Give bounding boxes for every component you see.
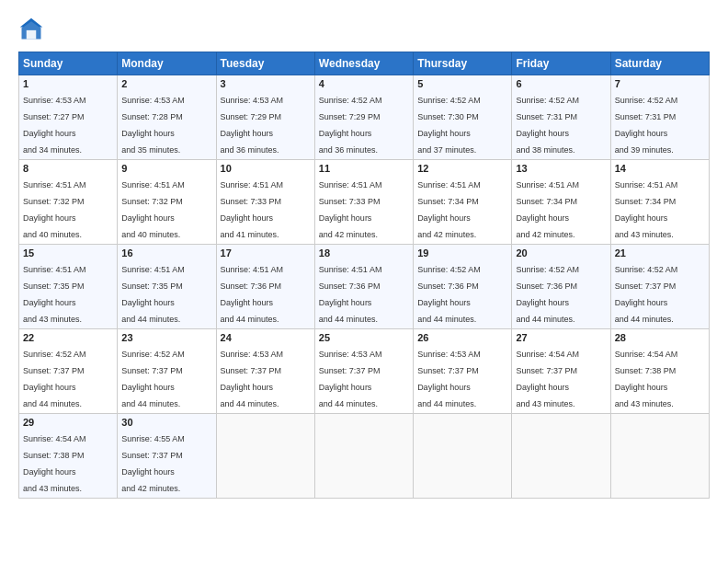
- calendar-table: SundayMondayTuesdayWednesdayThursdayFrid…: [18, 52, 710, 499]
- day-info: Sunrise: 4:51 AMSunset: 7:34 PMDaylight …: [516, 180, 579, 239]
- svg-rect-2: [27, 30, 37, 40]
- calendar-cell: 19 Sunrise: 4:52 AMSunset: 7:36 PMDaylig…: [414, 245, 512, 329]
- day-number: 19: [417, 247, 507, 259]
- day-header-wednesday: Wednesday: [314, 52, 413, 75]
- day-number: 12: [417, 163, 507, 174]
- calendar-cell: 30 Sunrise: 4:55 AMSunset: 7:37 PMDaylig…: [118, 414, 216, 499]
- day-number: 30: [121, 417, 211, 428]
- day-info: Sunrise: 4:52 AMSunset: 7:31 PMDaylight …: [516, 96, 579, 155]
- day-info: Sunrise: 4:53 AMSunset: 7:27 PMDaylight …: [23, 96, 86, 155]
- day-info: Sunrise: 4:51 AMSunset: 7:33 PMDaylight …: [319, 180, 382, 239]
- calendar-cell: 2 Sunrise: 4:53 AMSunset: 7:28 PMDayligh…: [118, 75, 216, 160]
- day-number: 15: [23, 247, 113, 259]
- calendar-cell: 11 Sunrise: 4:51 AMSunset: 7:33 PMDaylig…: [314, 160, 413, 245]
- calendar-cell: 26 Sunrise: 4:53 AMSunset: 7:37 PMDaylig…: [414, 329, 512, 414]
- day-info: Sunrise: 4:53 AMSunset: 7:28 PMDaylight …: [121, 96, 185, 155]
- day-number: 9: [121, 163, 211, 174]
- day-number: 5: [417, 78, 507, 89]
- calendar-cell: [414, 414, 512, 499]
- calendar-cell: 25 Sunrise: 4:53 AMSunset: 7:37 PMDaylig…: [314, 329, 413, 414]
- day-number: 24: [221, 332, 311, 343]
- day-number: 6: [516, 78, 606, 89]
- day-info: Sunrise: 4:52 AMSunset: 7:37 PMDaylight …: [121, 350, 185, 408]
- calendar-header-row: SundayMondayTuesdayWednesdayThursdayFrid…: [19, 52, 710, 75]
- calendar-cell: 24 Sunrise: 4:53 AMSunset: 7:37 PMDaylig…: [216, 329, 314, 414]
- calendar-cell: 1Sunrise: 4:53 AMSunset: 7:27 PMDaylight…: [19, 75, 118, 160]
- day-number: 13: [516, 163, 606, 174]
- day-number: 4: [319, 78, 409, 89]
- calendar-cell: 16 Sunrise: 4:51 AMSunset: 7:35 PMDaylig…: [118, 245, 216, 329]
- day-info: Sunrise: 4:52 AMSunset: 7:30 PMDaylight …: [417, 96, 481, 155]
- day-number: 27: [516, 332, 606, 343]
- day-info: Sunrise: 4:51 AMSunset: 7:32 PMDaylight …: [121, 180, 185, 239]
- calendar-cell: 6 Sunrise: 4:52 AMSunset: 7:31 PMDayligh…: [512, 75, 610, 160]
- day-info: Sunrise: 4:52 AMSunset: 7:36 PMDaylight …: [516, 265, 579, 324]
- day-header-friday: Friday: [512, 52, 610, 75]
- day-number: 29: [23, 417, 113, 428]
- logo-icon: [18, 17, 44, 42]
- day-info: Sunrise: 4:51 AMSunset: 7:33 PMDaylight …: [221, 180, 284, 239]
- day-number: 3: [221, 78, 311, 89]
- day-info: Sunrise: 4:51 AMSunset: 7:34 PMDaylight …: [417, 180, 481, 239]
- day-info: Sunrise: 4:52 AMSunset: 7:37 PMDaylight …: [615, 265, 678, 324]
- day-info: Sunrise: 4:54 AMSunset: 7:38 PMDaylight …: [615, 350, 678, 408]
- day-info: Sunrise: 4:51 AMSunset: 7:36 PMDaylight …: [319, 265, 382, 324]
- calendar-cell: 28 Sunrise: 4:54 AMSunset: 7:38 PMDaylig…: [610, 329, 709, 414]
- day-number: 25: [319, 332, 409, 343]
- day-info: Sunrise: 4:52 AMSunset: 7:37 PMDaylight …: [23, 350, 86, 408]
- calendar-cell: 29 Sunrise: 4:54 AMSunset: 7:38 PMDaylig…: [19, 414, 118, 499]
- calendar-cell: 12 Sunrise: 4:51 AMSunset: 7:34 PMDaylig…: [414, 160, 512, 245]
- calendar-cell: 9 Sunrise: 4:51 AMSunset: 7:32 PMDayligh…: [118, 160, 216, 245]
- day-number: 11: [319, 163, 409, 174]
- calendar-cell: 7 Sunrise: 4:52 AMSunset: 7:31 PMDayligh…: [610, 75, 709, 160]
- calendar-cell: 15 Sunrise: 4:51 AMSunset: 7:35 PMDaylig…: [19, 245, 118, 329]
- calendar-cell: 3 Sunrise: 4:53 AMSunset: 7:29 PMDayligh…: [216, 75, 314, 160]
- day-info: Sunrise: 4:51 AMSunset: 7:35 PMDaylight …: [121, 265, 185, 324]
- day-info: Sunrise: 4:53 AMSunset: 7:37 PMDaylight …: [417, 350, 481, 408]
- calendar-cell: 13 Sunrise: 4:51 AMSunset: 7:34 PMDaylig…: [512, 160, 610, 245]
- day-info: Sunrise: 4:55 AMSunset: 7:37 PMDaylight …: [121, 434, 185, 493]
- day-header-tuesday: Tuesday: [216, 52, 314, 75]
- calendar-cell: 23 Sunrise: 4:52 AMSunset: 7:37 PMDaylig…: [118, 329, 216, 414]
- calendar-cell: 10 Sunrise: 4:51 AMSunset: 7:33 PMDaylig…: [216, 160, 314, 245]
- day-number: 1: [23, 78, 113, 89]
- day-number: 23: [121, 332, 211, 343]
- day-info: Sunrise: 4:53 AMSunset: 7:37 PMDaylight …: [221, 350, 284, 408]
- calendar-cell: 8 Sunrise: 4:51 AMSunset: 7:32 PMDayligh…: [19, 160, 118, 245]
- calendar-cell: 4 Sunrise: 4:52 AMSunset: 7:29 PMDayligh…: [314, 75, 413, 160]
- calendar-cell: 18 Sunrise: 4:51 AMSunset: 7:36 PMDaylig…: [314, 245, 413, 329]
- calendar-cell: 5 Sunrise: 4:52 AMSunset: 7:30 PMDayligh…: [414, 75, 512, 160]
- calendar-cell: 14 Sunrise: 4:51 AMSunset: 7:34 PMDaylig…: [610, 160, 709, 245]
- header: [18, 17, 710, 42]
- calendar-cell: [216, 414, 314, 499]
- day-number: 17: [221, 247, 311, 259]
- day-number: 8: [23, 163, 113, 174]
- day-info: Sunrise: 4:52 AMSunset: 7:29 PMDaylight …: [319, 96, 382, 155]
- day-info: Sunrise: 4:54 AMSunset: 7:37 PMDaylight …: [516, 350, 579, 408]
- day-header-sunday: Sunday: [19, 52, 118, 75]
- day-number: 20: [516, 247, 606, 259]
- day-info: Sunrise: 4:52 AMSunset: 7:31 PMDaylight …: [615, 96, 678, 155]
- day-number: 18: [319, 247, 409, 259]
- calendar-cell: 20 Sunrise: 4:52 AMSunset: 7:36 PMDaylig…: [512, 245, 610, 329]
- day-info: Sunrise: 4:52 AMSunset: 7:36 PMDaylight …: [417, 265, 481, 324]
- calendar-cell: [512, 414, 610, 499]
- calendar-cell: 21 Sunrise: 4:52 AMSunset: 7:37 PMDaylig…: [610, 245, 709, 329]
- day-number: 2: [121, 78, 211, 89]
- day-info: Sunrise: 4:54 AMSunset: 7:38 PMDaylight …: [23, 434, 86, 493]
- calendar-cell: 22 Sunrise: 4:52 AMSunset: 7:37 PMDaylig…: [19, 329, 118, 414]
- day-info: Sunrise: 4:51 AMSunset: 7:35 PMDaylight …: [23, 265, 86, 324]
- day-info: Sunrise: 4:51 AMSunset: 7:36 PMDaylight …: [221, 265, 284, 324]
- day-number: 10: [221, 163, 311, 174]
- day-info: Sunrise: 4:53 AMSunset: 7:37 PMDaylight …: [319, 350, 382, 408]
- day-info: Sunrise: 4:53 AMSunset: 7:29 PMDaylight …: [221, 96, 284, 155]
- day-number: 16: [121, 247, 211, 259]
- calendar-cell: [314, 414, 413, 499]
- page: SundayMondayTuesdayWednesdayThursdayFrid…: [0, 0, 728, 563]
- day-header-saturday: Saturday: [610, 52, 709, 75]
- day-header-thursday: Thursday: [414, 52, 512, 75]
- day-number: 26: [417, 332, 507, 343]
- calendar-cell: [610, 414, 709, 499]
- day-info: Sunrise: 4:51 AMSunset: 7:34 PMDaylight …: [615, 180, 678, 239]
- day-number: 28: [615, 332, 705, 343]
